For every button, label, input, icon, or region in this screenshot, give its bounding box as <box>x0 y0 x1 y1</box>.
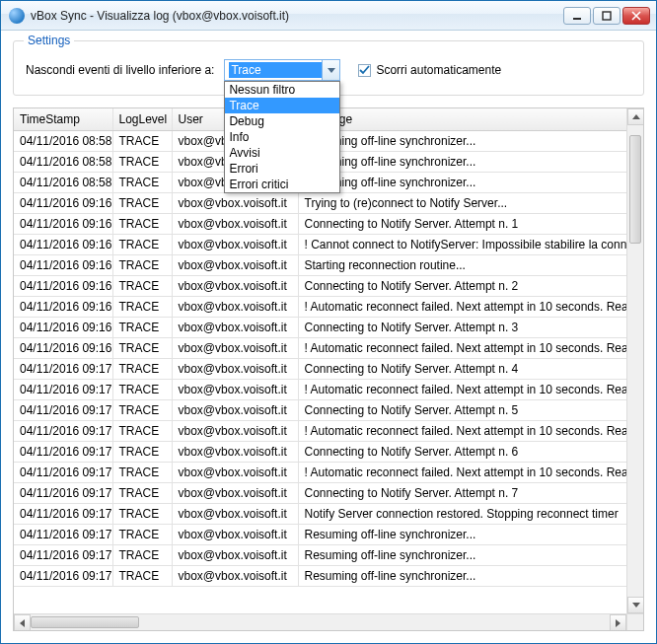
col-header-timestamp[interactable]: TimeStamp <box>14 108 112 130</box>
cell-user: vbox@vbox.voisoft.it <box>172 296 298 317</box>
vscroll-track[interactable] <box>627 125 643 597</box>
combo-option[interactable]: Info <box>225 129 339 145</box>
table-row[interactable]: 04/11/2016 09:17TRACEvbox@vbox.voisoft.i… <box>14 441 626 462</box>
table-row[interactable]: 04/11/2016 09:17TRACEvbox@vbox.voisoft.i… <box>14 565 626 586</box>
cell-user: vbox@vbox.voisoft.it <box>172 524 298 544</box>
table-row[interactable]: 04/11/2016 09:16TRACEvbox@vbox.voisoft.i… <box>14 337 626 358</box>
cell-ts: 04/11/2016 09:16 <box>14 275 112 296</box>
table-row[interactable]: 04/11/2016 09:16TRACEvbox@vbox.voisoft.i… <box>14 254 626 275</box>
cell-ts: 04/11/2016 09:16 <box>14 213 112 234</box>
cell-user: vbox@vbox.voisoft.it <box>172 482 298 503</box>
cell-ts: 04/11/2016 08:58 <box>14 130 112 151</box>
chevron-left-icon <box>20 619 25 627</box>
hscroll-thumb[interactable] <box>31 616 139 628</box>
close-icon <box>630 11 642 21</box>
chevron-up-icon <box>632 114 640 119</box>
app-window: vBox Sync - Visualizza log (vbox@vbox.vo… <box>0 0 657 644</box>
cell-user: vbox@vbox.voisoft.it <box>172 565 298 586</box>
cell-ts: 04/11/2016 08:58 <box>14 172 112 192</box>
settings-group: Settings Nascondi eventi di livello infe… <box>13 40 644 96</box>
table-row[interactable]: 04/11/2016 09:16TRACEvbox@vbox.voisoft.i… <box>14 296 626 317</box>
cell-msg: Resuming off-line synchronizer... <box>298 544 626 565</box>
client-area: Settings Nascondi eventi di livello infe… <box>1 31 656 643</box>
settings-group-title: Settings <box>24 34 74 47</box>
cell-lvl: TRACE <box>112 130 172 151</box>
combo-option[interactable]: Avvisi <box>225 145 339 161</box>
cell-lvl: TRACE <box>112 441 172 462</box>
autoscroll-label: Scorri automaticamente <box>376 63 501 77</box>
cell-ts: 04/11/2016 09:17 <box>14 399 112 420</box>
horizontal-scrollbar[interactable] <box>14 613 626 630</box>
cell-lvl: TRACE <box>112 565 172 586</box>
table-row[interactable]: 04/11/2016 09:16TRACEvbox@vbox.voisoft.i… <box>14 192 626 213</box>
combo-option[interactable]: Errori critici <box>225 177 339 192</box>
cell-msg: ! Cannot connect to NotifyServer: Imposs… <box>298 234 626 254</box>
cell-lvl: TRACE <box>112 192 172 213</box>
scroll-left-button[interactable] <box>14 614 31 631</box>
combo-dropdown-button[interactable] <box>322 60 339 80</box>
cell-ts: 04/11/2016 09:17 <box>14 544 112 565</box>
cell-user: vbox@vbox.voisoft.it <box>172 379 298 399</box>
hide-level-label: Nascondi eventi di livello inferiore a: <box>26 63 214 77</box>
cell-user: vbox@vbox.voisoft.it <box>172 317 298 337</box>
cell-msg: ! Automatic reconnect failed. Next attem… <box>298 337 626 358</box>
table-row[interactable]: 04/11/2016 09:16TRACEvbox@vbox.voisoft.i… <box>14 213 626 234</box>
table-row[interactable]: 04/11/2016 09:17TRACEvbox@vbox.voisoft.i… <box>14 420 626 441</box>
combo-option[interactable]: Nessun filtro <box>225 82 339 98</box>
chevron-down-icon <box>632 603 640 608</box>
cell-user: vbox@vbox.voisoft.it <box>172 234 298 254</box>
cell-msg: Resuming off-line synchronizer... <box>298 130 626 151</box>
minimize-button[interactable] <box>563 7 591 25</box>
maximize-button[interactable] <box>593 7 620 25</box>
cell-lvl: TRACE <box>112 234 172 254</box>
combo-option[interactable]: Errori <box>225 161 339 177</box>
cell-user: vbox@vbox.voisoft.it <box>172 254 298 275</box>
titlebar: vBox Sync - Visualizza log (vbox@vbox.vo… <box>1 1 656 31</box>
cell-lvl: TRACE <box>112 358 172 379</box>
cell-ts: 04/11/2016 08:58 <box>14 151 112 172</box>
table-row[interactable]: 04/11/2016 09:17TRACEvbox@vbox.voisoft.i… <box>14 379 626 399</box>
cell-msg: Starting reconnection routine... <box>298 254 626 275</box>
scroll-up-button[interactable] <box>627 108 644 125</box>
table-row[interactable]: 04/11/2016 09:17TRACEvbox@vbox.voisoft.i… <box>14 544 626 565</box>
vertical-scrollbar[interactable] <box>626 108 643 613</box>
col-header-loglevel[interactable]: LogLevel <box>112 108 172 130</box>
check-icon <box>359 65 370 76</box>
cell-lvl: TRACE <box>112 337 172 358</box>
scrollbar-corner <box>626 613 643 630</box>
table-row[interactable]: 04/11/2016 09:16TRACEvbox@vbox.voisoft.i… <box>14 234 626 254</box>
cell-ts: 04/11/2016 09:17 <box>14 358 112 379</box>
cell-user: vbox@vbox.voisoft.it <box>172 337 298 358</box>
window-title: vBox Sync - Visualizza log (vbox@vbox.vo… <box>31 9 289 23</box>
cell-msg: Resuming off-line synchronizer... <box>298 151 626 172</box>
cell-msg: ! Automatic reconnect failed. Next attem… <box>298 462 626 482</box>
scroll-down-button[interactable] <box>627 597 644 613</box>
cell-msg: ! Automatic reconnect failed. Next attem… <box>298 296 626 317</box>
cell-lvl: TRACE <box>112 317 172 337</box>
table-row[interactable]: 04/11/2016 09:16TRACEvbox@vbox.voisoft.i… <box>14 317 626 337</box>
autoscroll-checkbox[interactable] <box>358 64 371 77</box>
cell-user: vbox@vbox.voisoft.it <box>172 213 298 234</box>
combo-option[interactable]: Debug <box>225 113 339 129</box>
vscroll-thumb[interactable] <box>629 135 641 244</box>
table-row[interactable]: 04/11/2016 09:17TRACEvbox@vbox.voisoft.i… <box>14 482 626 503</box>
log-level-combo[interactable]: Trace Nessun filtro Trace Debug Info Avv… <box>224 59 340 81</box>
cell-user: vbox@vbox.voisoft.it <box>172 503 298 524</box>
table-row[interactable]: 04/11/2016 09:17TRACEvbox@vbox.voisoft.i… <box>14 358 626 379</box>
app-icon <box>9 8 25 24</box>
table-row[interactable]: 04/11/2016 09:16TRACEvbox@vbox.voisoft.i… <box>14 275 626 296</box>
table-row[interactable]: 04/11/2016 09:17TRACEvbox@vbox.voisoft.i… <box>14 503 626 524</box>
cell-msg: Connecting to Notify Server. Attempt n. … <box>298 213 626 234</box>
combo-dropdown-list[interactable]: Nessun filtro Trace Debug Info Avvisi Er… <box>224 81 340 193</box>
table-row[interactable]: 04/11/2016 09:17TRACEvbox@vbox.voisoft.i… <box>14 399 626 420</box>
cell-msg: Notify Server connection restored. Stopp… <box>298 503 626 524</box>
table-row[interactable]: 04/11/2016 09:17TRACEvbox@vbox.voisoft.i… <box>14 462 626 482</box>
close-button[interactable] <box>622 7 650 25</box>
minimize-icon <box>571 11 583 21</box>
table-row[interactable]: 04/11/2016 09:17TRACEvbox@vbox.voisoft.i… <box>14 524 626 544</box>
hscroll-track[interactable] <box>31 614 610 630</box>
cell-msg: Connecting to Notify Server. Attempt n. … <box>298 275 626 296</box>
scroll-right-button[interactable] <box>610 614 626 631</box>
combo-option[interactable]: Trace <box>225 98 339 113</box>
col-header-message[interactable]: Message <box>298 108 626 130</box>
